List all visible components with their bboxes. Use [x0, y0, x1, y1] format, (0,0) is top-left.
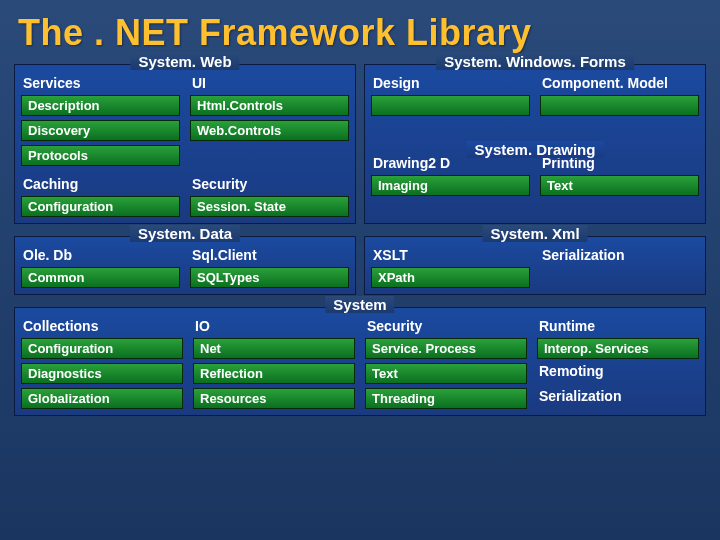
panel-header-xml: System. Xml [482, 225, 587, 242]
panel-header-data: System. Data [130, 225, 240, 242]
cell-discovery: Discovery [21, 120, 180, 141]
col-head-services: Services [21, 75, 180, 91]
panel-system-xml: System. Xml XSLT Serialization XPath . [364, 236, 706, 295]
panel-system: System Collections IO Security Runtime C… [14, 307, 706, 416]
cell-interopservices: Interop. Services [537, 338, 699, 359]
col-head-componentmodel: Component. Model [540, 75, 699, 91]
cell-configuration: Configuration [21, 196, 180, 217]
panel-system-winforms: System. Windows. Forms Design Component.… [364, 64, 706, 224]
cell-common: Common [21, 267, 180, 288]
panel-system-data: System. Data Ole. Db Sql.Client Common S… [14, 236, 356, 295]
cell-threading: Threading [365, 388, 527, 409]
panel-system-web: System. Web Services UI Description Html… [14, 64, 356, 224]
cell-resources: Resources [193, 388, 355, 409]
cell-design-box [371, 95, 530, 116]
page-title: The . NET Framework Library [18, 12, 706, 54]
cell-configuration2: Configuration [21, 338, 183, 359]
cell-oledb-label: Ole. Db [21, 247, 180, 263]
cell-protocols: Protocols [21, 145, 180, 166]
cell-text: Text [540, 175, 699, 196]
panel-header-system-web: System. Web [130, 53, 239, 70]
col-head-ui: UI [190, 75, 349, 91]
cell-text2: Text [365, 363, 527, 384]
cell-caching: Caching [21, 176, 180, 192]
cell-serialization-label: Serialization [540, 247, 699, 263]
cell-remoting: Remoting [537, 363, 699, 384]
panel-header-drawing: System. Drawing [467, 141, 604, 158]
cell-imaging: Imaging [371, 175, 530, 196]
cell-sqltypes: SQLTypes [190, 267, 349, 288]
cell-componentmodel-box [540, 95, 699, 116]
cell-security2: Security [365, 318, 527, 334]
cell-htmlcontrols: Html.Controls [190, 95, 349, 116]
cell-description: Description [21, 95, 180, 116]
cell-reflection: Reflection [193, 363, 355, 384]
cell-serviceprocess: Service. Process [365, 338, 527, 359]
cell-webcontrols: Web.Controls [190, 120, 349, 141]
cell-serialization2: Serialization [537, 388, 699, 409]
cell-globalization: Globalization [21, 388, 183, 409]
panel-header-system: System [325, 296, 394, 313]
cell-xpath: XPath [371, 267, 530, 288]
cell-sessionstate: Session. State [190, 196, 349, 217]
cell-diagnostics: Diagnostics [21, 363, 183, 384]
col-head-runtime: Runtime [537, 318, 699, 334]
cell-net: Net [193, 338, 355, 359]
col-head-design: Design [371, 75, 530, 91]
cell-io: IO [193, 318, 355, 334]
panel-header-winforms: System. Windows. Forms [436, 53, 634, 70]
cell-security: Security [190, 176, 349, 192]
cell-collections: Collections [21, 318, 183, 334]
cell-sqlclient-label: Sql.Client [190, 247, 349, 263]
panel-system-drawing: System. Drawing Drawing2 D Printing Imag… [371, 154, 699, 196]
cell-xslt-label: XSLT [371, 247, 530, 263]
